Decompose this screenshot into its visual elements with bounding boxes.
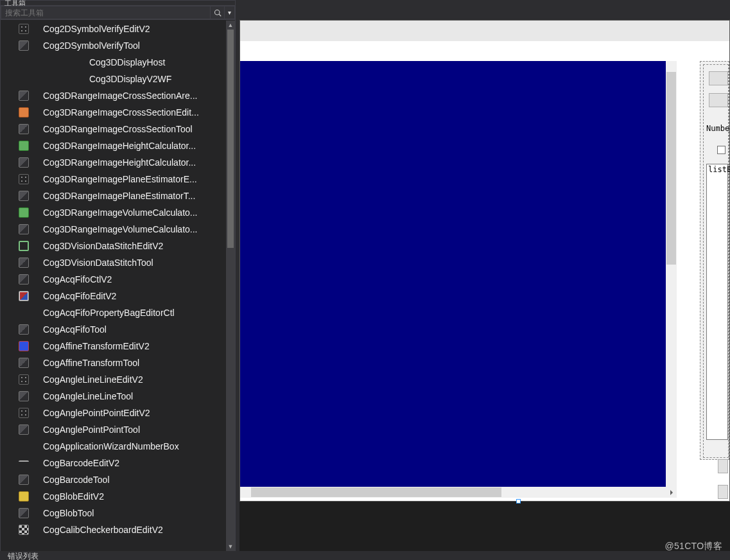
watermark: @51CTO博客 — [665, 541, 722, 552]
design-scrollbar-horizontal[interactable] — [240, 487, 677, 498]
gen-icon — [19, 191, 29, 201]
gen-icon — [19, 258, 29, 268]
none-icon — [65, 57, 75, 67]
toolbox-item-label: Cog3DRangeImageCrossSectionAre... — [43, 91, 197, 101]
svg-point-0 — [214, 10, 220, 15]
toolbox-item[interactable]: Cog3DVisionDataStitchEditV2 — [1, 238, 226, 254]
toolbox-item[interactable]: Cog3DRangeImageHeightCalculator... — [1, 137, 226, 154]
search-icon[interactable] — [211, 6, 225, 19]
toolbox-item[interactable]: CogCalibCheckerboardEditV2 — [1, 521, 226, 538]
toolbox-item[interactable]: Cog3DVisionDataStitchTool — [1, 254, 226, 271]
gen-icon — [19, 324, 29, 335]
toolbox-item[interactable]: CogBlobEditV2 — [1, 488, 226, 505]
none-icon — [65, 74, 75, 84]
dots-icon — [19, 174, 29, 184]
dots-icon — [19, 408, 29, 418]
scroll-right-icon[interactable] — [666, 487, 677, 498]
error-list-tab[interactable]: 错误列表 — [0, 551, 730, 560]
toolbox-item[interactable]: Cog2DSymbolVerifyTool — [1, 37, 226, 54]
toolbox-item-label: Cog3DRangeImageVolumeCalculato... — [43, 207, 197, 218]
toolbox-item-label: CogAcqFifoEditV2 — [43, 291, 116, 301]
toolbox-item-label: Cog3DRangeImageCrossSectionEdit... — [43, 107, 199, 118]
button-4[interactable] — [718, 485, 728, 499]
toolbox-item-label: Cog3DRangeImagePlaneEstimatorT... — [43, 191, 195, 201]
toolbox-item[interactable]: Cog3DRangeImageCrossSectionTool — [1, 121, 226, 137]
design-vscroll-thumb[interactable] — [666, 72, 676, 265]
toolbox-item-label: CogAcqFifoPropertyBagEditorCtl — [43, 308, 175, 318]
listbox-1[interactable]: listB — [706, 164, 728, 440]
toolbox-item[interactable]: CogAnglePointPointTool — [1, 421, 226, 438]
toolbox-item[interactable]: CogAffineTransformEditV2 — [1, 338, 226, 354]
toolbox-item[interactable]: CogApplicationWizardNumberBox — [1, 438, 226, 455]
none-icon — [19, 308, 29, 318]
crop-icon — [19, 241, 29, 251]
gen-icon — [19, 91, 29, 101]
toolbox-item-label: CogBlobTool — [43, 508, 94, 518]
scroll-up-icon[interactable]: ▲ — [226, 21, 235, 30]
scroll-down-icon[interactable]: ▼ — [226, 542, 235, 551]
toolbox-item[interactable]: Cog3DRangeImagePlaneEstimatorE... — [1, 171, 226, 188]
toolbox-item[interactable]: CogAngleLineLineTool — [1, 388, 226, 405]
dots-icon — [19, 24, 29, 34]
toolbox-item[interactable]: CogBlobTool — [1, 505, 226, 521]
dots-icon — [19, 374, 29, 385]
number-label: Number: — [706, 124, 730, 133]
toolbox-item-label: Cog3DDisplayV2WF — [89, 74, 171, 84]
gen-icon — [19, 424, 29, 435]
toolbox-item[interactable]: CogAnglePointPointEditV2 — [1, 405, 226, 421]
chevron-down-icon[interactable]: ▾ — [225, 6, 235, 19]
toolbox-scroll-thumb[interactable] — [227, 30, 234, 248]
toolbox-item[interactable]: Cog3DRangeImagePlaneEstimatorT... — [1, 188, 226, 204]
dash-icon — [19, 460, 29, 471]
resize-handle[interactable] — [516, 499, 521, 503]
toolbox-item[interactable]: Cog3DRangeImageCrossSectionEdit... — [1, 104, 226, 121]
toolbox-item-label: Cog3DRangeImageHeightCalculator... — [43, 141, 196, 151]
toolbox-item[interactable]: Cog2DSymbolVerifyEditV2 — [1, 21, 226, 37]
toolbox-item-label: CogBlobEditV2 — [43, 491, 104, 502]
right-panel: Number: listB — [700, 61, 729, 501]
toolbox-item[interactable]: CogBarcodeEditV2 — [1, 455, 226, 471]
checkbox-1[interactable] — [717, 146, 726, 154]
toolbox-item[interactable]: Cog3DDisplayHost — [1, 54, 226, 71]
toolbox-item[interactable]: Cog3DRangeImageVolumeCalculato... — [1, 221, 226, 238]
design-hscroll-thumb[interactable] — [251, 487, 501, 497]
toolbox-item-label: CogAcqFifoCtlV2 — [43, 274, 112, 284]
toolbox-item-label: CogBarcodeTool — [43, 475, 110, 485]
toolbox-item[interactable]: CogAngleLineLineEditV2 — [1, 371, 226, 388]
toolbox-search-input[interactable] — [1, 6, 211, 19]
toolbox-scrollbar[interactable]: ▲ ▼ — [226, 21, 235, 551]
yellow-icon — [19, 491, 29, 502]
none-icon — [19, 441, 29, 451]
document-tab-strip — [239, 0, 730, 20]
red-icon — [19, 341, 29, 351]
toolbox-item-label: CogAnglePointPointEditV2 — [43, 408, 150, 418]
toolbox-item[interactable]: Cog3DRangeImageVolumeCalculato... — [1, 204, 226, 221]
toolbox-item-label: CogCalibCheckerboardEditV2 — [43, 525, 163, 535]
design-scrollbar-vertical[interactable] — [666, 61, 677, 487]
gen-icon — [19, 508, 29, 518]
button-2[interactable] — [709, 93, 728, 107]
design-surface[interactable]: Number: listB — [239, 20, 730, 502]
toolbox-item[interactable]: CogAffineTransformTool — [1, 354, 226, 371]
toolbox-item[interactable]: Cog3DDisplayV2WF — [1, 71, 226, 87]
button-1[interactable] — [709, 71, 728, 85]
toolbox-item[interactable]: CogAcqFifoEditV2 — [1, 288, 226, 304]
button-3[interactable] — [718, 459, 728, 473]
toolbox-item-label: Cog3DDisplayHost — [89, 57, 165, 67]
toolbox-item[interactable]: CogAcqFifoPropertyBagEditorCtl — [1, 304, 226, 321]
toolbox-title: 工具箱 — [1, 1, 235, 6]
toolbox-item[interactable]: CogAcqFifoCtlV2 — [1, 271, 226, 288]
gen-icon — [19, 40, 29, 51]
toolbox-item[interactable]: CogBarcodeTool — [1, 471, 226, 488]
svg-line-1 — [219, 14, 221, 16]
toolbox-item[interactable]: CogAcqFifoTool — [1, 321, 226, 338]
form-titlebar-band — [240, 21, 729, 41]
gen-icon — [19, 124, 29, 134]
toolbox-item-label: Cog3DVisionDataStitchTool — [43, 258, 153, 268]
toolbox-item-label: CogAffineTransformEditV2 — [43, 341, 150, 351]
toolbox-item-label: Cog3DRangeImagePlaneEstimatorE... — [43, 174, 197, 184]
gen-icon — [19, 475, 29, 485]
toolbox-item[interactable]: Cog3DRangeImageCrossSectionAre... — [1, 87, 226, 104]
toolbox-item[interactable]: Cog3DRangeImageHeightCalculator... — [1, 154, 226, 171]
chk-icon — [19, 525, 29, 535]
